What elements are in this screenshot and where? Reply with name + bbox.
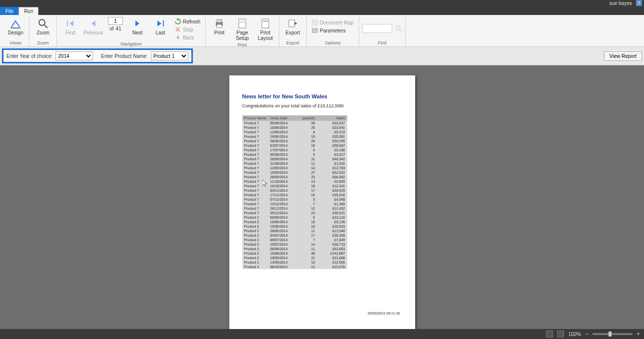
first-icon (65, 18, 76, 29)
document-map-button[interactable]: Document Map (310, 19, 356, 26)
export-button[interactable]: Export (282, 17, 303, 36)
svg-rect-14 (217, 19, 222, 22)
report-subtitle: Congratulations on your total sales of £… (242, 103, 347, 108)
group-options: Document Map Parameters Options (307, 16, 359, 46)
view-mode-1-icon[interactable] (546, 331, 553, 338)
table-row: Product 731/08/201411£1,916 (242, 161, 347, 166)
svg-point-28 (396, 26, 400, 30)
page-number (108, 17, 123, 25)
previous-button[interactable]: Previous (83, 17, 104, 36)
table-row: Product 726/12/201412£12,452 (242, 206, 347, 211)
table-row: Product 715/09/201427£62,022 (242, 170, 347, 175)
table-row: Product 204/07/201417£38,358 (242, 233, 347, 238)
group-find: Find (359, 16, 406, 46)
find-next-icon[interactable] (395, 25, 402, 32)
help-icon[interactable]: ? (636, 0, 642, 6)
table-row: Product 707/12/20145£4,590 (242, 197, 347, 202)
table-row: Product 716/10/201418£12,341 (242, 184, 347, 188)
svg-marker-6 (135, 20, 139, 26)
previous-icon (88, 18, 99, 29)
report-title: News letter for New South Wales (242, 93, 347, 99)
parameters-icon (312, 27, 318, 33)
svg-marker-22 (294, 22, 297, 25)
svg-rect-23 (312, 20, 317, 25)
table-row: Product 709/08/20145£3,417 (242, 152, 347, 157)
page-total: 41 (116, 26, 121, 31)
table-row: Product 717/11/201415£35,616 (242, 193, 347, 197)
table-header: Product Name Order Date Quantity Sales (242, 115, 347, 121)
design-button[interactable]: Design (5, 17, 26, 36)
first-button[interactable]: First (60, 17, 81, 36)
product-select[interactable]: Product 1 (151, 51, 188, 60)
tab-file[interactable]: File (0, 7, 19, 15)
stop-button[interactable]: Stop (173, 26, 202, 33)
table-row: Product 706/06/201428£92,547 (242, 121, 347, 125)
svg-rect-21 (289, 20, 295, 27)
table-row: Product 209/07/20147£7,849 (242, 238, 347, 242)
year-label: Enter Year of choice: (6, 53, 52, 59)
svg-marker-5 (91, 20, 95, 26)
svg-rect-20 (263, 20, 268, 22)
zoom-button[interactable]: Zoom (32, 17, 53, 36)
table-row: Product 729/12/201415£30,921 (242, 211, 347, 215)
print-button[interactable]: Print (209, 17, 230, 36)
table-row: Product 225/07/201414£38,719 (242, 242, 347, 247)
table-row: Product 728/08/201431£46,942 (242, 157, 347, 161)
magnifier-icon (37, 18, 48, 29)
group-print: Print Page Setup Print Layout Print (206, 16, 279, 46)
export-icon (287, 18, 298, 29)
document-map-icon (312, 19, 318, 25)
title-bar: sue bayes ? (0, 0, 644, 6)
design-icon (10, 18, 21, 29)
parameter-bar: Enter Year of choice: 2014 Enter Product… (0, 47, 644, 65)
svg-rect-15 (217, 24, 222, 27)
svg-line-2 (44, 25, 47, 28)
table-row: Product 219/06/201410£20,033 (242, 224, 347, 229)
tab-run[interactable]: Run (18, 7, 38, 15)
print-layout-icon (260, 18, 271, 29)
page-current-input[interactable] (108, 17, 123, 25)
view-mode-2-icon[interactable] (557, 331, 564, 338)
svg-point-1 (39, 19, 45, 25)
table-row: Product 717/07/20146£5,186 (242, 148, 347, 152)
table-row: Product 219/08/201440£142,087 (242, 251, 347, 256)
parameter-highlight: Enter Year of choice: 2014 Enter Product… (2, 48, 193, 63)
product-label: Enter Product Name: (101, 53, 147, 59)
svg-rect-16 (239, 19, 246, 28)
find-input[interactable] (362, 24, 392, 33)
group-export: Export Export (279, 16, 307, 46)
next-button[interactable]: Next (127, 17, 148, 36)
zoom-slider[interactable] (593, 333, 633, 335)
zoom-in-button[interactable]: + (637, 331, 640, 338)
refresh-button[interactable]: Refresh (173, 18, 202, 25)
table-row: Product 208/10/201412£15,678 (242, 265, 347, 269)
current-user: sue bayes (609, 0, 632, 6)
view-report-button[interactable]: View Report (604, 51, 642, 61)
report-timestamp: 09/08/2022 09:11:36 (368, 312, 400, 315)
table-row: Product 206/08/201411£63,603 (242, 247, 347, 251)
report-canvas[interactable]: News letter for New South Wales Congratu… (0, 65, 644, 329)
svg-rect-27 (312, 31, 317, 32)
table-row: Product 711/10/201413£9,855 (242, 179, 347, 184)
printer-icon (214, 18, 225, 29)
table-row: Product 728/06/201420£59,295 (242, 139, 347, 143)
table-row: Product 704/11/201417£39,925 (242, 188, 347, 193)
svg-rect-26 (312, 28, 317, 30)
ribbon: Design Views Zoom Zoom First (0, 15, 644, 47)
table-row: Product 713/12/20147£1,360 (242, 202, 347, 206)
print-layout-button[interactable]: Print Layout (255, 17, 276, 42)
back-icon (175, 34, 181, 40)
back-button[interactable]: Back (173, 34, 202, 41)
zoom-out-button[interactable]: − (585, 331, 589, 338)
status-bar: 100% − + (0, 329, 644, 339)
tab-strip: File Run (0, 6, 644, 15)
table-body: Product 706/06/201428£92,547Product 710/… (242, 121, 347, 269)
svg-rect-19 (262, 19, 269, 28)
page-setup-button[interactable]: Page Setup (232, 17, 253, 42)
last-button[interactable]: Last (150, 17, 171, 36)
zoom-percent: 100% (568, 332, 581, 337)
svg-marker-12 (176, 35, 179, 39)
parameters-button[interactable]: Parameters (310, 27, 356, 34)
group-navigation: First Previous of 41 Ne (57, 16, 206, 46)
year-select[interactable]: 2014 (55, 51, 93, 60)
